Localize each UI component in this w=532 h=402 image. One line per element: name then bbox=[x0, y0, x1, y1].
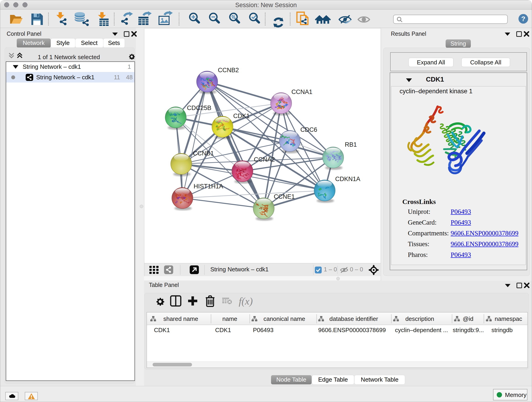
svg-text:P06493: P06493 bbox=[253, 327, 273, 333]
svg-text:CCNB1: CCNB1 bbox=[193, 150, 214, 157]
svg-text:@id: @id bbox=[463, 315, 474, 322]
svg-text:namespac: namespac bbox=[495, 315, 522, 322]
svg-text:database identifier: database identifier bbox=[329, 315, 378, 322]
svg-text:CDK1: CDK1 bbox=[154, 327, 170, 333]
svg-text:9606.ENSP00000378699: 9606.ENSP00000378699 bbox=[318, 327, 386, 333]
svg-text:description: description bbox=[405, 315, 434, 322]
svg-text:CCNB2: CCNB2 bbox=[218, 67, 239, 74]
svg-text:f(x): f(x) bbox=[239, 296, 253, 307]
svg-text:name: name bbox=[222, 315, 237, 322]
svg-text:CDKN1A: CDKN1A bbox=[335, 176, 360, 182]
svg-text:CCNA1: CCNA1 bbox=[291, 89, 312, 95]
svg-text:canonical name: canonical name bbox=[264, 315, 305, 322]
svg-text:shared name: shared name bbox=[163, 315, 198, 322]
svg-text:stringdb:9...: stringdb:9... bbox=[453, 327, 484, 333]
svg-text:CDK1: CDK1 bbox=[215, 327, 231, 333]
svg-text:CDC6: CDC6 bbox=[300, 126, 317, 133]
svg-text:RB1: RB1 bbox=[345, 141, 357, 148]
svg-text:stringdb: stringdb bbox=[491, 327, 513, 333]
svg-text:CDC25B: CDC25B bbox=[187, 104, 211, 111]
svg-text:CDK1: CDK1 bbox=[233, 113, 250, 119]
svg-text:cyclin–dependent ...: cyclin–dependent ... bbox=[395, 327, 448, 333]
svg-text:CCNE1: CCNE1 bbox=[274, 193, 295, 200]
svg-text:HIST1H1A: HIST1H1A bbox=[194, 183, 223, 190]
svg-text:CCNA2: CCNA2 bbox=[254, 156, 275, 163]
